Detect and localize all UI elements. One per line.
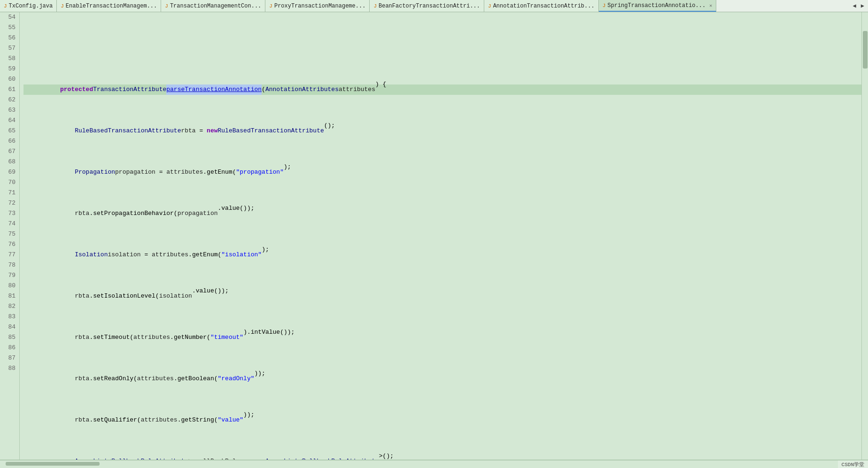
line-num-75: 75	[2, 229, 16, 239]
line-num-55: 55	[2, 23, 16, 33]
tabs-bar: J TxConfig.java J EnableTransactionManag…	[0, 0, 868, 12]
line-num-82: 82	[2, 301, 16, 312]
code-line-59: Isolation isolation = attributes.getEnum…	[23, 250, 861, 260]
line-num-87: 87	[2, 353, 16, 363]
status-bar: CSDN学堂	[838, 460, 868, 468]
line-num-73: 73	[2, 208, 16, 219]
code-line-64: ArrayList<RollbackRuleAttribute> rollBac…	[23, 456, 861, 460]
tab-label: BeanFactoryTransactionAttri...	[379, 3, 480, 9]
line-num-88: 88	[2, 363, 16, 374]
code-line-54	[23, 43, 861, 54]
code-editor[interactable]: protected TransactionAttribute parseTran…	[20, 12, 861, 460]
line-num-84: 84	[2, 322, 16, 332]
java-icon: J	[603, 3, 606, 8]
line-num-79: 79	[2, 270, 16, 281]
line-num-76: 76	[2, 239, 16, 250]
code-line-58: rbta.setPropagationBehavior(propagation.…	[23, 208, 861, 219]
line-num-83: 83	[2, 312, 16, 322]
line-num-60: 60	[2, 74, 16, 84]
java-icon: J	[488, 3, 491, 9]
line-num-77: 77	[2, 250, 16, 260]
line-num-78: 78	[2, 260, 16, 270]
line-num-54: 54	[2, 12, 16, 23]
tab-label: TxConfig.java	[9, 3, 53, 9]
java-icon: J	[4, 3, 7, 9]
scrollbar-thumb-v[interactable]	[863, 31, 868, 69]
tab-txconfig[interactable]: J TxConfig.java	[0, 0, 57, 12]
tab-transactionmanagement[interactable]: J TransactionManagementCon...	[161, 0, 265, 12]
scrollbar-thumb-h[interactable]	[6, 462, 100, 466]
line-num-64: 64	[2, 115, 16, 126]
tabs-controls: ◀ ▶	[851, 0, 868, 12]
line-num-66: 66	[2, 136, 16, 146]
tab-annotationtransaction[interactable]: J AnnotationTransactionAttrib...	[484, 0, 599, 12]
line-num-57: 57	[2, 43, 16, 54]
line-num-81: 81	[2, 291, 16, 301]
line-num-58: 58	[2, 54, 16, 64]
line-num-69: 69	[2, 167, 16, 177]
line-num-71: 71	[2, 188, 16, 198]
bottom-bar: CSDN学堂	[0, 460, 868, 468]
line-num-61: 61	[2, 84, 16, 95]
code-line-63: rbta.setQualifier(attributes.getString("…	[23, 415, 861, 425]
line-num-85: 85	[2, 332, 16, 343]
tab-label: ProxyTransactionManageme...	[274, 3, 365, 9]
code-line-61: rbta.setTimeout(attributes.getNumber("ti…	[23, 332, 861, 343]
line-num-67: 67	[2, 146, 16, 157]
tab-label: AnnotationTransactionAttrib...	[493, 3, 595, 9]
line-num-63: 63	[2, 105, 16, 115]
line-num-62: 62	[2, 95, 16, 105]
line-num-80: 80	[2, 281, 16, 291]
watermark-label: CSDN学堂	[842, 461, 864, 468]
tab-scroll-right[interactable]: ▶	[859, 1, 866, 10]
code-line-60: rbta.setIsolationLevel(isolation.value()…	[23, 291, 861, 301]
java-icon: J	[165, 3, 168, 9]
tab-label: EnableTransactionManagem...	[66, 3, 157, 9]
tab-label: SpringTransactionAnnotatio...	[607, 2, 705, 9]
line-num-56: 56	[2, 33, 16, 43]
java-icon: J	[373, 3, 377, 9]
line-numbers: 54 55 56 57 58 59 60 61 62 63 64 65 66 6…	[0, 12, 20, 460]
tab-enabletransaction[interactable]: J EnableTransactionManagem...	[57, 0, 161, 12]
tab-scroll-left[interactable]: ◀	[851, 1, 858, 10]
line-num-86: 86	[2, 343, 16, 353]
tab-proxytransaction[interactable]: J ProxyTransactionManageme...	[265, 0, 370, 12]
tab-beanfactory[interactable]: J BeanFactoryTransactionAttri...	[370, 0, 484, 12]
line-num-74: 74	[2, 219, 16, 229]
code-line-62: rbta.setReadOnly(attributes.getBoolean("…	[23, 374, 861, 384]
line-num-59: 59	[2, 64, 16, 74]
line-num-70: 70	[2, 177, 16, 188]
line-num-72: 72	[2, 198, 16, 208]
code-line-57: Propagation propagation = attributes.get…	[23, 167, 861, 177]
line-num-65: 65	[2, 126, 16, 136]
editor-area: 54 55 56 57 58 59 60 61 62 63 64 65 66 6…	[0, 12, 868, 460]
tab-label: TransactionManagementCon...	[170, 3, 261, 9]
code-line-55: protected TransactionAttribute parseTran…	[23, 84, 861, 95]
tab-springtransaction[interactable]: J SpringTransactionAnnotatio... ✕	[599, 0, 716, 12]
scrollbar-vertical[interactable]	[861, 12, 868, 460]
java-icon: J	[61, 3, 64, 9]
line-num-68: 68	[2, 157, 16, 167]
scrollbar-horizontal[interactable]	[0, 460, 838, 467]
java-icon: J	[269, 3, 272, 9]
tab-close-icon[interactable]: ✕	[709, 3, 712, 8]
code-line-56: RuleBasedTransactionAttribute rbta = new…	[23, 126, 861, 136]
